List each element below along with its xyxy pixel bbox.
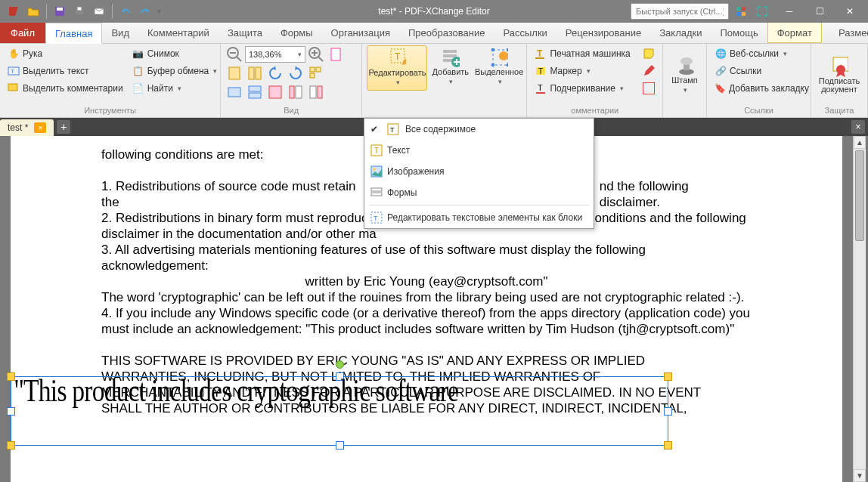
tab-convert[interactable]: Преобразование (399, 22, 494, 43)
tab-protect[interactable]: Защита (219, 22, 271, 43)
view-mode-3-icon[interactable] (266, 83, 284, 101)
rect-icon[interactable] (643, 82, 655, 94)
redo-icon[interactable] (136, 2, 154, 20)
open-icon[interactable] (24, 2, 42, 20)
svg-text:T: T (374, 147, 379, 155)
clipboard-button[interactable]: 📋Буфер обмена▾ (129, 63, 221, 79)
tab-bookmarks[interactable]: Закладки (650, 22, 711, 43)
svg-rect-41 (491, 48, 494, 51)
tab-forms[interactable]: Формы (271, 22, 322, 43)
fullscreen-icon[interactable] (753, 2, 771, 20)
globe-icon: 🌐 (715, 48, 727, 60)
tab-home[interactable]: Главная (45, 23, 102, 44)
tab-help[interactable]: Помощь (711, 22, 767, 43)
document-tab[interactable]: test * × (0, 119, 54, 136)
add-button[interactable]: Добавить ▾ (430, 45, 470, 89)
doc-tab-label: test * (8, 122, 28, 133)
stamp-button[interactable]: Штамп ▾ (668, 45, 702, 105)
resize-handle-br[interactable] (664, 441, 672, 450)
view-mode-1-icon[interactable] (225, 83, 243, 101)
selected-button[interactable]: Выделенное ▾ (473, 45, 525, 89)
close-button[interactable]: ✕ (835, 0, 865, 23)
svg-point-54 (680, 57, 693, 65)
menu-edit-as-blocks[interactable]: TРедактировать текстовые элементы как бл… (364, 207, 594, 228)
snapshot-button[interactable]: 📷Снимок (129, 45, 221, 62)
undo-icon[interactable] (116, 2, 135, 20)
sign-document-button[interactable]: Подписать документ (816, 45, 863, 105)
svg-rect-24 (316, 67, 321, 72)
sticky-note-icon[interactable] (643, 48, 655, 60)
find-button[interactable]: 📄Найти▾ (129, 80, 221, 97)
email-icon[interactable] (90, 2, 108, 20)
new-tab-button[interactable]: + (57, 120, 70, 134)
resize-handle-b[interactable] (336, 441, 344, 450)
svg-text:T: T (537, 48, 543, 59)
tab-organize[interactable]: Организация (322, 22, 399, 43)
tab-arrange[interactable]: Разместить (829, 22, 868, 43)
weblinks-button[interactable]: 🌐Веб-ссылки▾ (711, 45, 806, 62)
zoom-out-button[interactable] (225, 45, 243, 63)
menu-images[interactable]: Изображения (364, 161, 594, 182)
group-label: Вид (225, 105, 357, 116)
links-button[interactable]: 🔗Ссылки (711, 63, 806, 79)
resize-handle-bl[interactable] (7, 441, 15, 450)
marker-button[interactable]: TМаркер▾ (532, 63, 658, 79)
menu-text[interactable]: TТекст (364, 140, 594, 161)
rotation-handle[interactable] (336, 360, 344, 369)
underline-button[interactable]: TПодчеркивание▾ (532, 80, 658, 97)
tab-comment[interactable]: Комментарий (138, 22, 219, 43)
label: Подчеркивание (550, 83, 615, 94)
link-icon: 🔗 (715, 65, 727, 77)
scroll-down-button[interactable]: ▼ (854, 469, 866, 482)
selected-text-box[interactable]: "This product includes cryptographic sof… (11, 376, 668, 446)
vertical-scrollbar[interactable]: ▲ ▼ (853, 136, 866, 482)
tab-view[interactable]: Вид (102, 22, 138, 43)
quick-launch-input[interactable] (631, 3, 729, 20)
rotate-left-icon[interactable] (266, 64, 284, 82)
zoom-in-button[interactable] (307, 45, 325, 63)
view-mode-5-icon[interactable] (307, 83, 325, 101)
resize-handle-tr[interactable] (664, 372, 672, 381)
thumbnails-icon[interactable] (307, 64, 325, 82)
minimize-button[interactable]: ─ (774, 0, 804, 23)
close-all-button[interactable]: × (851, 120, 865, 134)
save-icon[interactable] (51, 2, 69, 20)
maximize-button[interactable]: ☐ (804, 0, 835, 23)
add-bookmark-button[interactable]: 🔖Добавить закладку (711, 80, 806, 97)
fit-page-button[interactable] (327, 45, 345, 63)
label: Редактировать текстовые элементы как бло… (387, 212, 582, 223)
page-layout-2-icon[interactable] (246, 64, 264, 82)
select-comments-button[interactable]: Выделить комментарии (5, 80, 126, 97)
select-text-button[interactable]: TВыделить текст (5, 63, 126, 79)
tab-share[interactable]: Рассылки (494, 22, 556, 43)
app-icon[interactable] (5, 2, 23, 20)
file-tab[interactable]: Файл (0, 22, 45, 43)
resize-handle-l[interactable] (7, 407, 15, 416)
rotate-right-icon[interactable] (287, 64, 305, 82)
ui-options-icon[interactable] (732, 2, 750, 20)
scroll-thumb[interactable] (855, 150, 864, 241)
typewriter-button[interactable]: TПечатная машинка (532, 45, 658, 62)
hand-tool-button[interactable]: ✋Рука (5, 45, 126, 62)
view-mode-4-icon[interactable] (287, 83, 305, 101)
menu-all-content[interactable]: ✔TВсе содержимое (364, 119, 594, 140)
title-bar: ▾ test* - PDF-XChange Editor ─ ☐ ✕ (0, 0, 868, 23)
menu-forms[interactable]: Формы (364, 182, 594, 203)
view-mode-2-icon[interactable] (246, 83, 264, 101)
zoom-input[interactable]: 138,36%▾ (245, 46, 305, 63)
pencil-icon[interactable] (643, 65, 655, 77)
svg-rect-25 (310, 73, 315, 78)
edit-content-button[interactable]: T Редактировать ▾ (367, 45, 427, 91)
qat-customize-icon[interactable]: ▾ (157, 8, 161, 15)
svg-rect-30 (290, 86, 294, 98)
page-layout-1-icon[interactable] (225, 64, 243, 82)
scroll-up-button[interactable]: ▲ (854, 136, 866, 149)
resize-handle-r[interactable] (664, 407, 672, 416)
ribbon-tabs: Файл Главная Вид Комментарий Защита Форм… (0, 23, 868, 44)
print-icon[interactable] (70, 2, 88, 20)
doc-tab-close-icon[interactable]: × (34, 122, 46, 133)
label: Рука (23, 48, 42, 59)
image-icon (370, 165, 383, 178)
tab-format[interactable]: Формат (767, 22, 822, 43)
tab-review[interactable]: Рецензирование (556, 22, 650, 43)
